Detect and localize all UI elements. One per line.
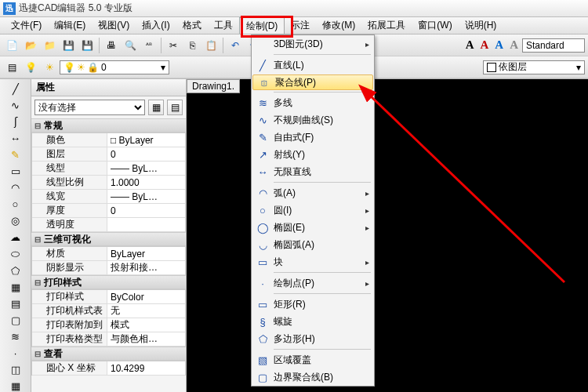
- property-row[interactable]: 打印表格类型与颜色相…: [32, 332, 185, 347]
- menu-item[interactable]: §螺旋: [252, 313, 374, 330]
- menu-item[interactable]: ◠弧(A): [252, 184, 374, 201]
- donut-tool-icon[interactable]: ◎: [9, 214, 23, 227]
- block-tool-icon[interactable]: ◫: [9, 363, 23, 376]
- property-row[interactable]: 圆心 X 坐标10.4299: [32, 361, 185, 376]
- menu-item[interactable]: ↔无限直线: [252, 163, 374, 180]
- table-tool-icon[interactable]: ▦: [9, 379, 23, 392]
- property-group-header[interactable]: 三维可视化: [31, 232, 186, 246]
- property-value[interactable]: 模式: [107, 318, 185, 332]
- wipeout-tool-icon[interactable]: ≋: [9, 330, 23, 343]
- menu-item[interactable]: ▧区域覆盖: [252, 351, 374, 368]
- menu-item[interactable]: 文件(F): [5, 17, 48, 34]
- property-value[interactable]: 与颜色相…: [107, 332, 185, 346]
- property-row[interactable]: 图层0: [32, 147, 185, 162]
- cut-icon[interactable]: ✂: [165, 37, 182, 54]
- text-style-a4-icon[interactable]: A: [507, 38, 521, 52]
- property-group-header[interactable]: 查看: [31, 347, 186, 361]
- open-icon[interactable]: 📂: [22, 37, 39, 54]
- spline-tool-icon[interactable]: ∿: [9, 99, 23, 112]
- menu-item[interactable]: 修改(M): [316, 17, 361, 34]
- property-row[interactable]: 打印表附加到模式: [32, 318, 185, 332]
- property-row[interactable]: 打印样式ByColor: [32, 290, 185, 304]
- menu-item[interactable]: 3D图元(3D): [252, 35, 374, 53]
- menu-item[interactable]: 窗口(W): [412, 17, 458, 34]
- hatch-tool-icon[interactable]: ▦: [9, 281, 23, 294]
- pencil-tool-icon[interactable]: ✎: [9, 148, 23, 162]
- property-value[interactable]: ByLayer: [107, 247, 185, 260]
- property-row[interactable]: 线宽—— ByL…: [32, 190, 185, 204]
- new-icon[interactable]: 📄: [3, 37, 20, 54]
- menu-item[interactable]: 工具: [208, 17, 239, 34]
- menu-item[interactable]: 拓展工具: [361, 17, 412, 34]
- menu-item[interactable]: ◯椭圆(E): [252, 219, 374, 236]
- circle-tool-icon[interactable]: ○: [9, 198, 23, 211]
- ellipse-tool-icon[interactable]: ⬭: [9, 247, 23, 261]
- open2-icon[interactable]: 📁: [41, 37, 58, 54]
- property-value[interactable]: —— ByL…: [107, 162, 185, 175]
- menu-item[interactable]: 说明(H): [459, 17, 503, 34]
- text-style-selector[interactable]: Standard: [522, 38, 585, 53]
- property-row[interactable]: 透明度: [32, 218, 185, 232]
- print-icon[interactable]: 🖶: [103, 37, 120, 54]
- selection-combo[interactable]: 没有选择: [34, 100, 145, 115]
- property-row[interactable]: 阴影显示投射和接…: [32, 261, 185, 275]
- property-row[interactable]: 线型比例1.0000: [32, 176, 185, 190]
- saveas-icon[interactable]: 💾: [78, 37, 96, 54]
- menu-item[interactable]: ◡椭圆弧(A): [252, 236, 374, 253]
- menu-item[interactable]: ↗射线(Y): [252, 146, 374, 163]
- property-row[interactable]: 打印机样式表无: [32, 304, 185, 318]
- menu-item[interactable]: 编辑(E): [48, 17, 92, 34]
- drawing-canvas[interactable]: Drawing1.: [187, 79, 588, 392]
- property-value[interactable]: ByColor: [107, 290, 185, 303]
- text-style-a2-icon[interactable]: A: [477, 38, 491, 52]
- menu-item[interactable]: ≋多线: [252, 94, 374, 111]
- menu-item[interactable]: 插入(I): [136, 17, 176, 34]
- property-value[interactable]: [107, 218, 185, 231]
- cloud-tool-icon[interactable]: ☁: [9, 230, 23, 244]
- property-value[interactable]: 0: [107, 204, 185, 217]
- abc-icon[interactable]: ᴬᴮ: [140, 37, 158, 54]
- property-value[interactable]: □ ByLayer: [107, 133, 185, 147]
- menu-item[interactable]: ○圆(I): [252, 201, 374, 219]
- copy-icon[interactable]: ⎘: [183, 37, 201, 54]
- sun-icon[interactable]: ☀: [41, 59, 58, 76]
- point-tool-icon[interactable]: ∙: [9, 347, 23, 360]
- property-row[interactable]: 颜色□ ByLayer: [32, 133, 185, 147]
- menu-item[interactable]: ▭矩形(R): [252, 296, 374, 313]
- property-value[interactable]: 1.0000: [107, 176, 185, 189]
- menu-item[interactable]: ⬠多边形(H): [252, 330, 374, 347]
- rect-tool-icon[interactable]: ▭: [9, 165, 23, 178]
- boundary-tool-icon[interactable]: ▤: [9, 297, 23, 310]
- property-group-header[interactable]: 常规: [31, 118, 186, 132]
- menu-item[interactable]: ▢边界聚合线(B): [252, 368, 374, 386]
- property-group-header[interactable]: 打印样式: [31, 275, 186, 289]
- property-value[interactable]: 0: [107, 147, 185, 161]
- menu-item[interactable]: 格式: [176, 17, 208, 34]
- infinite-tool-icon[interactable]: ↔: [9, 132, 23, 145]
- layer-state-icon[interactable]: ▤: [3, 59, 20, 76]
- document-tab[interactable]: Drawing1.: [187, 79, 240, 93]
- property-value[interactable]: 投射和接…: [107, 261, 185, 274]
- quick-select-icon[interactable]: ▤: [167, 100, 183, 115]
- property-row[interactable]: 厚度0: [32, 204, 185, 218]
- line-tool-icon[interactable]: ╱: [9, 82, 23, 96]
- property-row[interactable]: 材质ByLayer: [32, 247, 185, 261]
- arc-tool-icon[interactable]: ◠: [9, 181, 23, 194]
- bulb-icon[interactable]: 💡: [22, 59, 39, 76]
- layer-selector[interactable]: 💡☀🔒0 ▾: [60, 60, 169, 74]
- save-icon[interactable]: 💾: [60, 37, 77, 54]
- menu-item[interactable]: ∿不规则曲线(S): [252, 111, 374, 129]
- menu-item[interactable]: 绘制(D): [239, 17, 285, 34]
- menu-item[interactable]: ▭块: [252, 253, 374, 270]
- polygon-tool-icon[interactable]: ⬠: [9, 264, 23, 278]
- undo-icon[interactable]: ↶: [227, 37, 244, 54]
- text-style-a1-icon[interactable]: A: [463, 38, 477, 52]
- menu-item[interactable]: ·绘制点(P): [252, 274, 374, 292]
- color-bylayer-selector[interactable]: 依图层▾: [483, 60, 585, 74]
- region-tool-icon[interactable]: ▢: [9, 314, 23, 327]
- freehand-tool-icon[interactable]: ʃ: [9, 115, 23, 129]
- property-row[interactable]: 线型—— ByL…: [32, 162, 185, 176]
- menu-item[interactable]: ╱直线(L): [252, 56, 374, 74]
- property-value[interactable]: —— ByL…: [107, 190, 185, 203]
- pick-icon[interactable]: ▦: [148, 100, 164, 115]
